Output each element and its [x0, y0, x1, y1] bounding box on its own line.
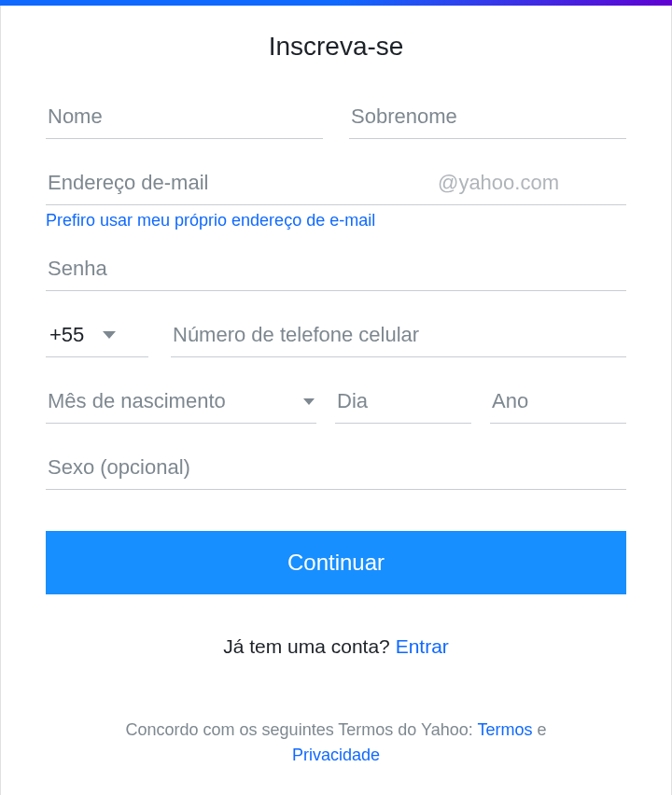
chevron-down-icon — [303, 398, 315, 405]
birth-day-input[interactable] — [335, 382, 471, 424]
use-own-email-link[interactable]: Prefiro usar meu próprio endereço de e-m… — [46, 211, 626, 230]
first-name-input[interactable] — [46, 97, 323, 139]
last-name-input[interactable] — [349, 97, 626, 139]
chevron-down-icon — [103, 331, 116, 339]
terms-row: Concordo com os seguintes Termos do Yaho… — [46, 718, 626, 768]
signin-prompt-text: Já tem uma conta? — [223, 635, 395, 657]
gender-input[interactable] — [46, 448, 626, 490]
continue-button[interactable]: Continuar — [46, 531, 626, 594]
country-code-value: +55 — [49, 323, 84, 347]
email-row: @yahoo.com — [46, 163, 626, 205]
email-input[interactable] — [46, 163, 436, 204]
name-row — [46, 97, 626, 139]
phone-row: +55 — [46, 315, 626, 357]
terms-prefix: Concordo com os seguintes Termos do Yaho… — [126, 720, 478, 739]
birth-month-label: Mês de nascimento — [48, 389, 226, 413]
birth-month-select[interactable]: Mês de nascimento — [46, 382, 316, 424]
birthdate-row: Mês de nascimento — [46, 382, 626, 424]
password-input[interactable] — [46, 249, 626, 291]
signin-link[interactable]: Entrar — [396, 635, 449, 657]
gender-row — [46, 448, 626, 490]
password-row — [46, 249, 626, 291]
birth-year-input[interactable] — [490, 382, 626, 424]
terms-link[interactable]: Termos — [477, 720, 532, 739]
birth-day-field — [335, 382, 471, 424]
country-code-select[interactable]: +55 — [46, 315, 148, 357]
birth-year-field — [490, 382, 626, 424]
signup-form-container: Inscreva-se @yahoo.com Prefiro usar meu … — [0, 6, 672, 795]
signin-prompt: Já tem uma conta? Entrar — [46, 635, 626, 658]
email-domain-suffix: @yahoo.com — [436, 163, 561, 204]
phone-field — [171, 315, 626, 357]
terms-and: e — [532, 720, 546, 739]
privacy-link[interactable]: Privacidade — [292, 746, 380, 764]
page-title: Inscreva-se — [46, 32, 626, 62]
last-name-field — [349, 97, 626, 139]
phone-input[interactable] — [171, 315, 626, 357]
first-name-field — [46, 97, 323, 139]
